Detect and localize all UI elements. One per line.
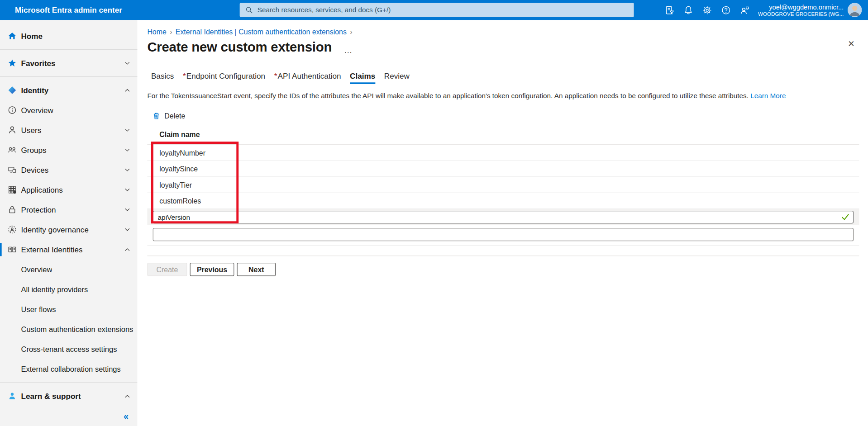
sidebar-subitem-user-flows[interactable]: User flows: [0, 299, 137, 319]
sidebar-item-label: All identity providers: [21, 285, 88, 293]
app-title[interactable]: Microsoft Entra admin center: [15, 5, 122, 14]
user-icon: [8, 126, 17, 135]
sidebar-item-identity[interactable]: Identity: [0, 80, 137, 100]
table-row[interactable]: loyaltyNumber: [147, 145, 859, 161]
claims-list: loyaltyNumberloyaltySinceloyaltyTiercust…: [147, 145, 859, 209]
sidebar-item-devices[interactable]: Devices: [0, 160, 137, 180]
chevron-down-icon: [124, 226, 131, 233]
sidebar-divider: [0, 382, 137, 383]
breadcrumb-separator: ›: [170, 28, 172, 36]
tab-claims[interactable]: Claims: [350, 71, 375, 84]
sidebar-divider: [0, 49, 137, 50]
learn-more-link[interactable]: Learn More: [750, 92, 786, 99]
next-button[interactable]: Next: [237, 263, 276, 276]
breadcrumb-link-external-identities-custom-authenticatio[interactable]: External Identities | Custom authenticat…: [176, 28, 347, 36]
tab-label: API Authentication: [278, 71, 341, 80]
avatar-image: [848, 3, 862, 17]
sidebar-subitem-external-collaboration-settings[interactable]: External collaboration settings: [0, 359, 137, 379]
group-icon: [8, 146, 17, 155]
tab-endpoint-configuration[interactable]: *Endpoint Configuration: [183, 71, 265, 84]
new-claim-input[interactable]: [153, 228, 854, 241]
sidebar-item-home[interactable]: Home: [0, 26, 137, 46]
sidebar-item-label: Learn & support: [21, 392, 81, 401]
previous-button[interactable]: Previous: [190, 263, 234, 276]
required-marker: *: [274, 71, 277, 80]
tab-basics[interactable]: Basics: [151, 71, 174, 84]
claim-name-cell: loyaltyNumber: [159, 148, 205, 156]
delete-command-button[interactable]: Delete: [147, 109, 202, 122]
directory-filter-icon: [664, 5, 674, 15]
wizard-tabs: Basics*Endpoint Configuration*API Authen…: [147, 71, 859, 84]
sidebar-item-favorites[interactable]: Favorites: [0, 53, 137, 73]
table-row[interactable]: loyaltySince: [147, 161, 859, 177]
close-icon[interactable]: ✕: [848, 39, 854, 47]
topbar-icons: [660, 0, 754, 20]
sidebar-item-label: Devices: [21, 166, 48, 175]
chevron-down-icon: [124, 166, 131, 173]
delete-command-label: Delete: [164, 111, 185, 119]
claims-description: For the TokenIssuanceStart event, specif…: [147, 92, 859, 99]
more-options-button[interactable]: …: [344, 45, 353, 56]
tab-label: Endpoint Configuration: [186, 71, 265, 80]
sidebar-subitem-overview[interactable]: Overview: [0, 260, 137, 279]
required-marker: *: [183, 71, 186, 80]
create-button[interactable]: Create: [147, 263, 187, 276]
sidebar-item-label: External Identities: [21, 245, 82, 254]
sidebar-item-label: Custom authentication extensions: [21, 325, 133, 333]
sidebar-item-label: Identity: [21, 86, 48, 95]
breadcrumb: Home›External Identities | Custom authen…: [147, 28, 859, 36]
claim-name-input[interactable]: [153, 211, 854, 223]
sidebar-item-groups[interactable]: Groups: [0, 140, 137, 160]
sidebar-item-learn-and-support[interactable]: Learn & support: [0, 386, 137, 406]
sidebar-item-users[interactable]: Users: [0, 120, 137, 140]
chevron-down-icon: [124, 127, 131, 133]
settings-button[interactable]: [697, 0, 716, 20]
sidebar-item-identity-governance[interactable]: Identity governance: [0, 220, 137, 240]
sidebar-subitem-custom-authentication-extensions[interactable]: Custom authentication extensions: [0, 319, 137, 339]
sidebar-item-label: User flows: [21, 305, 56, 313]
search-box[interactable]: Search resources, services, and docs (G+…: [240, 3, 634, 17]
account-email: yoel@wggdemo.onmicr...: [769, 3, 844, 11]
column-header-claim-name: Claim name: [147, 128, 859, 145]
tab-label: Review: [384, 71, 410, 80]
help-button[interactable]: [716, 0, 735, 20]
sidebar-item-overview[interactable]: Overview: [0, 100, 137, 120]
sidebar-divider: [0, 76, 137, 77]
sidebar-collapse-button[interactable]: «: [120, 411, 132, 423]
table-row[interactable]: loyaltyTier: [147, 177, 859, 193]
main-content: Home›External Identities | Custom authen…: [137, 20, 868, 426]
governance-icon: [8, 225, 17, 234]
sidebar-item-external-identities[interactable]: External Identities: [0, 240, 137, 260]
tab-label: Basics: [151, 71, 174, 80]
entra-admin-center-window: Microsoft Entra admin center Search reso…: [0, 0, 868, 426]
directory-filter-button[interactable]: [660, 0, 679, 20]
claim-name-cell: loyaltySince: [159, 165, 198, 173]
learn-icon: [8, 392, 17, 401]
sidebar-item-label: Cross-tenant access settings: [21, 345, 117, 353]
apps-icon: [8, 185, 17, 194]
page-title: Create new custom extension: [147, 39, 332, 55]
topbar: Microsoft Entra admin center Search reso…: [0, 0, 868, 20]
tab-api-authentication[interactable]: *API Authentication: [274, 71, 341, 84]
chevron-up-icon: [124, 87, 131, 94]
new-claim-row: [147, 228, 859, 246]
sidebar-subitem-cross-tenant-access-settings[interactable]: Cross-tenant access settings: [0, 339, 137, 359]
sidebar-item-label: Overview: [21, 265, 52, 274]
sidebar-item-applications[interactable]: Applications: [0, 180, 137, 200]
description-text: For the TokenIssuanceStart event, specif…: [147, 92, 749, 99]
search-placeholder: Search resources, services, and docs (G+…: [258, 6, 391, 14]
chevron-down-icon: [124, 186, 131, 193]
tab-label: Claims: [350, 71, 375, 80]
feedback-button[interactable]: [735, 0, 754, 20]
search-icon: [245, 6, 253, 14]
user-avatar[interactable]: [848, 3, 862, 17]
star-icon: [8, 59, 17, 68]
sidebar-item-protection[interactable]: Protection: [0, 200, 137, 220]
breadcrumb-link-home[interactable]: Home: [147, 28, 166, 36]
notifications-button[interactable]: [679, 0, 698, 20]
sidebar-subitem-all-identity-providers[interactable]: All identity providers: [0, 279, 137, 299]
table-row[interactable]: customRoles: [147, 193, 859, 209]
tab-review[interactable]: Review: [384, 71, 410, 84]
sidebar-item-label: Groups: [21, 146, 46, 155]
account-info[interactable]: yoel@wggdemo.onmicr... WOODGROVE GROCERI…: [758, 0, 844, 20]
